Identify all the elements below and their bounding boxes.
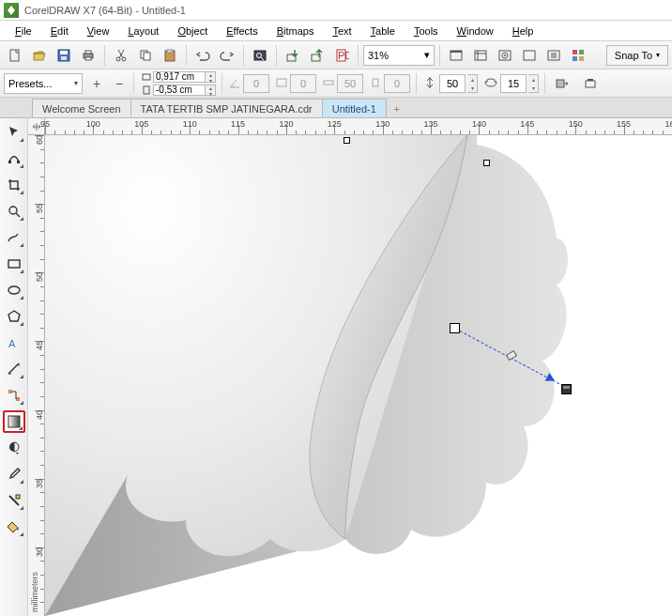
save-button[interactable] bbox=[53, 44, 75, 67]
undo-button[interactable] bbox=[191, 44, 214, 67]
pad-input[interactable] bbox=[337, 74, 363, 93]
fill-options-button[interactable] bbox=[579, 72, 602, 95]
paste-button[interactable] bbox=[159, 44, 181, 67]
fountain-fill-end-handle[interactable] bbox=[561, 384, 572, 394]
connector-tool[interactable] bbox=[3, 384, 25, 407]
freehand-tool[interactable] bbox=[3, 226, 25, 249]
height-spinner[interactable]: ▴▾ bbox=[206, 85, 216, 96]
menu-window[interactable]: Window bbox=[448, 23, 503, 38]
svg-rect-29 bbox=[573, 56, 577, 61]
ruler-h-label: 145 bbox=[520, 119, 534, 129]
pick-tool[interactable] bbox=[3, 121, 25, 144]
fullscreen-button[interactable] bbox=[445, 44, 467, 67]
zoom-tool[interactable] bbox=[3, 200, 25, 223]
ruler-h-label: 115 bbox=[231, 119, 245, 129]
copy-button[interactable] bbox=[134, 44, 157, 67]
eyedropper-tool[interactable] bbox=[3, 463, 25, 485]
svg-rect-10 bbox=[144, 53, 150, 60]
copy-fill-button[interactable] bbox=[551, 72, 573, 95]
import-button[interactable] bbox=[282, 44, 304, 67]
print-button[interactable] bbox=[77, 44, 99, 67]
show-rulers-button[interactable] bbox=[469, 44, 492, 67]
menu-text[interactable]: Text bbox=[323, 23, 360, 38]
ellipse-tool[interactable] bbox=[3, 279, 25, 301]
document-tab[interactable]: Untitled-1 bbox=[322, 99, 387, 117]
svg-rect-39 bbox=[588, 79, 593, 81]
show-grid-button[interactable] bbox=[494, 44, 516, 67]
export-button[interactable] bbox=[306, 44, 328, 67]
chevron-down-icon: ▾ bbox=[424, 49, 430, 61]
fill-tool[interactable] bbox=[3, 516, 25, 538]
snap-to-combo[interactable]: Snap To ▾ bbox=[606, 45, 668, 66]
polygon-tool[interactable] bbox=[3, 305, 25, 328]
show-guidelines-button[interactable] bbox=[518, 44, 541, 67]
object-height-input[interactable] bbox=[153, 85, 206, 96]
menu-table[interactable]: Table bbox=[361, 23, 405, 38]
skew-input[interactable] bbox=[290, 74, 316, 93]
cut-button[interactable] bbox=[110, 44, 132, 67]
edge-pad-icon bbox=[483, 75, 498, 92]
ruler-h-label: 110 bbox=[183, 119, 197, 129]
svg-point-7 bbox=[116, 57, 120, 61]
rectangle-tool[interactable] bbox=[3, 253, 25, 275]
svg-rect-12 bbox=[167, 50, 173, 53]
standard-toolbar: PDF ▾ Snap To ▾ bbox=[0, 41, 672, 69]
accel1-spinner[interactable]: ▴▾ bbox=[467, 74, 478, 93]
text-tool[interactable]: A bbox=[3, 331, 25, 354]
width-spinner[interactable]: ▴▾ bbox=[206, 71, 216, 83]
svg-rect-46 bbox=[8, 390, 12, 393]
angle-input[interactable] bbox=[243, 74, 269, 93]
svg-rect-28 bbox=[579, 50, 584, 54]
menu-effects[interactable]: Effects bbox=[217, 23, 267, 38]
redo-button[interactable] bbox=[216, 44, 238, 67]
accel2-spinner[interactable]: ▴▾ bbox=[528, 74, 539, 93]
pad2-input[interactable] bbox=[384, 74, 410, 93]
document-tab[interactable]: TATA TERTIB SMP JATINEGARA.cdr bbox=[130, 99, 323, 117]
app-launcher-button[interactable] bbox=[567, 44, 589, 67]
menu-help[interactable]: Help bbox=[503, 23, 543, 38]
menu-edit[interactable]: Edit bbox=[41, 23, 78, 38]
vertical-ruler[interactable]: millimeters 6055504540353025 bbox=[28, 135, 45, 616]
outline-tool[interactable] bbox=[3, 489, 25, 512]
horizontal-ruler[interactable]: 9510010511011512012513013514014515015516… bbox=[45, 118, 672, 135]
svg-rect-43 bbox=[8, 260, 20, 268]
shape-tool[interactable] bbox=[3, 147, 25, 170]
ruler-h-label: 135 bbox=[424, 119, 438, 129]
open-button[interactable] bbox=[28, 44, 51, 67]
transparency-tool[interactable] bbox=[3, 437, 25, 459]
menu-file[interactable]: File bbox=[6, 23, 41, 38]
add-preset-button[interactable]: + bbox=[88, 75, 105, 92]
selection-handle-right[interactable] bbox=[483, 160, 490, 166]
menu-layout[interactable]: Layout bbox=[118, 23, 168, 38]
menu-view[interactable]: View bbox=[78, 23, 119, 38]
ruler-v-label: 45 bbox=[35, 341, 44, 350]
drawing-canvas[interactable] bbox=[45, 135, 672, 616]
search-button[interactable] bbox=[249, 44, 271, 67]
zoom-level-input[interactable] bbox=[368, 50, 420, 61]
menu-tools[interactable]: Tools bbox=[405, 23, 448, 38]
new-button[interactable] bbox=[4, 44, 26, 67]
interactive-fill-tool[interactable] bbox=[3, 410, 25, 433]
zoom-level-combo[interactable]: ▾ bbox=[363, 45, 435, 66]
chevron-down-icon: ▾ bbox=[656, 51, 660, 59]
document-tab[interactable]: Welcome Screen bbox=[32, 99, 131, 117]
fountain-accel2-input[interactable] bbox=[500, 74, 527, 93]
dimension-tool[interactable] bbox=[3, 358, 25, 380]
object-width-input[interactable] bbox=[153, 71, 206, 83]
menu-bitmaps[interactable]: Bitmaps bbox=[267, 23, 324, 38]
skew-icon bbox=[275, 76, 288, 91]
fountain-fill-start-handle[interactable] bbox=[450, 323, 460, 333]
options-button[interactable] bbox=[542, 44, 565, 67]
crop-tool[interactable] bbox=[3, 174, 25, 196]
menu-object[interactable]: Object bbox=[168, 23, 217, 38]
fountain-accel1-input[interactable] bbox=[439, 74, 466, 93]
height-icon bbox=[140, 85, 153, 96]
new-document-tab-button[interactable]: + bbox=[389, 100, 405, 117]
ruler-h-label: 155 bbox=[617, 119, 631, 129]
publish-pdf-button[interactable]: PDF bbox=[330, 44, 353, 67]
remove-preset-button[interactable]: − bbox=[111, 75, 128, 92]
presets-label: Presets... bbox=[8, 78, 72, 89]
presets-combo[interactable]: Presets... ▾ bbox=[4, 73, 83, 94]
selection-handle-top[interactable] bbox=[344, 137, 350, 144]
chevron-down-icon: ▾ bbox=[74, 79, 78, 87]
